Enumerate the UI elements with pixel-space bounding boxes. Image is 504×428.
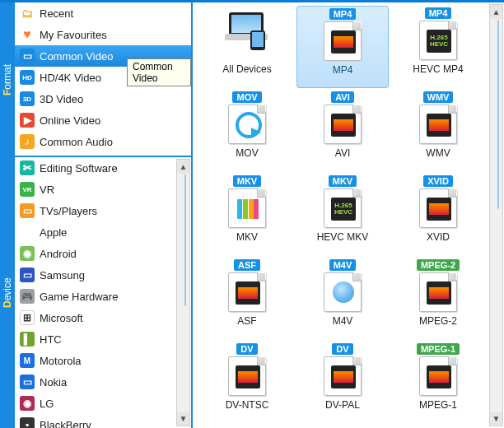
device-item-label: Game Hardware bbox=[40, 291, 118, 303]
scroll-up-arrow-icon[interactable]: ▲ bbox=[490, 5, 502, 19]
device-item-samsung[interactable]: ▭Samsung bbox=[15, 264, 176, 286]
tile-mpeg-1[interactable]: MPEG-1MPEG-1 bbox=[392, 342, 484, 424]
tile-thumb: MOV bbox=[224, 91, 270, 146]
format-item-my-favourites[interactable]: ♥My Favourites bbox=[15, 24, 191, 45]
tile-xvid[interactable]: XVIDXVID bbox=[392, 174, 484, 256]
tile-thumb: WMV bbox=[415, 91, 461, 146]
scroll-down-arrow-icon[interactable]: ▼ bbox=[490, 412, 502, 426]
format-item-3d-video[interactable]: 3D3D Video bbox=[15, 88, 191, 109]
file-icon: H.265 HEVC bbox=[419, 21, 457, 60]
scroll-up-arrow-icon[interactable]: ▲ bbox=[177, 160, 189, 174]
android-icon: ◉ bbox=[20, 246, 35, 261]
left-panel: 🗂Recent♥My Favourites▭Common VideoHDHD/4… bbox=[15, 2, 193, 428]
format-item-common-audio[interactable]: ♪Common Audio bbox=[15, 131, 191, 152]
format-item-label: 3D Video bbox=[40, 93, 83, 105]
tile-dv-ntsc[interactable]: DVDV-NTSC bbox=[201, 342, 293, 424]
format-badge: DV bbox=[236, 343, 257, 355]
app-window: Format Device 🗂Recent♥My Favourites▭Comm… bbox=[0, 0, 504, 428]
common-video-icon: ▭ bbox=[20, 49, 35, 63]
tile-asf[interactable]: ASFASF bbox=[201, 258, 293, 340]
device-item-label: TVs/Players bbox=[40, 205, 97, 217]
format-item-online-video[interactable]: ▶Online Video bbox=[15, 109, 191, 131]
tile-thumb: MPEG-1 bbox=[415, 343, 461, 398]
format-item-label: My Favourites bbox=[40, 29, 107, 41]
tile-thumb: XVID bbox=[415, 175, 461, 230]
microsoft-icon: ⊞ bbox=[20, 310, 35, 325]
common-audio-icon: ♪ bbox=[20, 134, 35, 149]
device-item-apple[interactable]: Apple bbox=[15, 221, 176, 243]
tile-mpeg-2[interactable]: MPEG-2MPEG-2 bbox=[392, 258, 484, 340]
format-item-label: Recent bbox=[40, 7, 73, 20]
tile-m4v[interactable]: M4VM4V bbox=[296, 258, 389, 340]
tile-all-devices[interactable]: All Devices bbox=[201, 6, 293, 88]
tile-wmv[interactable]: WMVWMV bbox=[392, 90, 484, 172]
device-item-label: Editing Software bbox=[40, 162, 118, 174]
tile-thumb: DV bbox=[320, 343, 366, 398]
side-tab-format[interactable]: Format bbox=[0, 2, 15, 157]
tile-label: All Devices bbox=[222, 63, 271, 75]
device-item-label: Microsoft bbox=[40, 312, 83, 324]
device-item-editing-software[interactable]: ✄Editing Software bbox=[15, 157, 176, 179]
editing-software-icon: ✄ bbox=[20, 160, 35, 175]
file-icon bbox=[324, 21, 362, 61]
tile-label: MP4 bbox=[333, 64, 353, 76]
my-favourites-icon: ♥ bbox=[20, 27, 35, 42]
format-item-label: Common Audio bbox=[40, 136, 113, 148]
file-icon bbox=[419, 356, 457, 396]
device-item-tvs-players[interactable]: ▭TVs/Players bbox=[15, 200, 176, 221]
format-item-recent[interactable]: 🗂Recent bbox=[15, 2, 191, 24]
tile-thumb: MP4H.265 HEVC bbox=[415, 7, 461, 62]
device-item-blackberry[interactable]: ▪BlackBerry bbox=[15, 414, 176, 428]
device-item-htc[interactable]: ▌HTC bbox=[15, 328, 176, 350]
format-badge: XVID bbox=[423, 175, 453, 187]
tile-thumb: AVI bbox=[320, 91, 366, 146]
scroll-thumb[interactable] bbox=[497, 20, 499, 209]
scroll-down-arrow-icon[interactable]: ▼ bbox=[177, 412, 189, 426]
format-badge: AVI bbox=[331, 91, 354, 103]
vr-icon: VR bbox=[20, 182, 35, 197]
device-item-motorola[interactable]: MMotorola bbox=[15, 350, 176, 371]
recent-icon: 🗂 bbox=[20, 6, 35, 21]
tile-label: MPEG-2 bbox=[419, 315, 457, 327]
left-scrollbar[interactable]: ▲ ▼ bbox=[176, 159, 190, 426]
format-badge: DV bbox=[332, 343, 352, 355]
blackberry-icon: ▪ bbox=[20, 417, 35, 428]
scroll-thumb[interactable] bbox=[184, 174, 186, 306]
tile-mkv[interactable]: MKVMKV bbox=[201, 174, 293, 256]
right-scrollbar[interactable]: ▲ ▼ bbox=[489, 4, 503, 426]
file-icon bbox=[324, 356, 362, 396]
tile-avi[interactable]: AVIAVI bbox=[296, 90, 389, 172]
tile-label: M4V bbox=[333, 315, 353, 327]
side-tab-device[interactable]: Device bbox=[0, 157, 15, 428]
format-badge: MP4 bbox=[329, 8, 357, 20]
tile-grid: All DevicesMP4MP4MP4H.265 HEVCHEVC MP4MO… bbox=[193, 2, 504, 427]
file-icon bbox=[228, 356, 266, 396]
device-item-lg[interactable]: ◉LG bbox=[15, 393, 176, 414]
device-item-android[interactable]: ◉Android bbox=[15, 243, 176, 264]
tile-thumb: MP4 bbox=[320, 8, 366, 63]
format-badge: M4V bbox=[329, 259, 357, 271]
device-group: ✄Editing SoftwareVRVR▭TVs/PlayersApple◉A… bbox=[15, 157, 191, 428]
tile-label: AVI bbox=[335, 147, 350, 159]
motorola-icon: M bbox=[20, 353, 35, 368]
format-badge: MKV bbox=[329, 175, 357, 187]
device-item-vr[interactable]: VRVR bbox=[15, 179, 176, 200]
tile-dv-pal[interactable]: DVDV-PAL bbox=[296, 342, 389, 424]
tile-label: MOV bbox=[236, 147, 258, 159]
tile-hevc-mp4[interactable]: MP4H.265 HEVCHEVC MP4 bbox=[392, 6, 484, 88]
device-item-nokia[interactable]: ▭Nokia bbox=[15, 371, 176, 393]
tvs-players-icon: ▭ bbox=[20, 203, 35, 218]
tile-label: XVID bbox=[427, 231, 450, 243]
tile-thumb: M4V bbox=[320, 259, 366, 314]
tile-mp4[interactable]: MP4MP4 bbox=[296, 6, 389, 88]
tile-mov[interactable]: MOVMOV bbox=[201, 90, 293, 172]
tile-label: HEVC MKV bbox=[317, 231, 369, 243]
device-item-microsoft[interactable]: ⊞Microsoft bbox=[15, 307, 176, 328]
format-item-label: HD/4K Video bbox=[40, 72, 101, 84]
device-item-game-hardware[interactable]: 🎮Game Hardware bbox=[15, 286, 176, 307]
format-badge: MKV bbox=[233, 175, 261, 187]
tile-hevc-mkv[interactable]: MKVH.265 HEVCHEVC MKV bbox=[296, 174, 389, 256]
tile-label: DV-PAL bbox=[325, 399, 360, 411]
device-item-label: VR bbox=[40, 184, 54, 196]
htc-icon: ▌ bbox=[20, 332, 35, 347]
